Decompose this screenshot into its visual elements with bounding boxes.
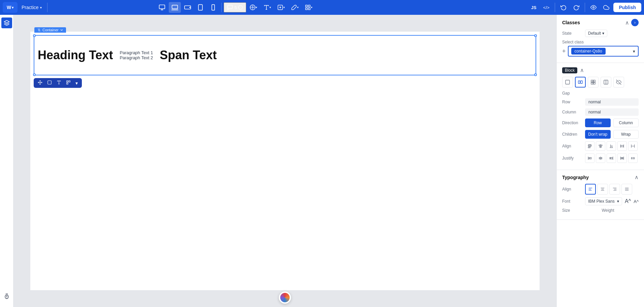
font-size-decrease-btn[interactable]: A^: [634, 199, 639, 204]
state-chevron: ▾: [602, 31, 604, 36]
classes-expand-btn[interactable]: ›: [631, 19, 639, 26]
state-select[interactable]: Default ▾: [585, 30, 607, 37]
typography-collapse-btn[interactable]: ∧: [635, 174, 639, 180]
toolbar-more-btn[interactable]: ▾: [74, 80, 79, 87]
typography-header: Typography ∧: [562, 174, 639, 180]
justify-end-btn[interactable]: [607, 154, 616, 163]
align-center-h-btn[interactable]: [596, 141, 605, 151]
container-label-badge: Container: [34, 27, 66, 33]
canvas-inner: Container Heading Text: [30, 32, 540, 290]
classes-header: Classes ∧ ›: [562, 19, 639, 26]
project-name[interactable]: Practice ▾: [19, 3, 44, 11]
row-gap-value[interactable]: normal: [585, 98, 639, 106]
children-dont-wrap-btn[interactable]: Don't wrap: [585, 130, 611, 139]
justify-icons: [585, 154, 638, 163]
toolbar-container-btn[interactable]: [46, 79, 53, 87]
device-desktop-btn[interactable]: [156, 2, 168, 13]
block-layout-hidden-btn[interactable]: [613, 77, 624, 88]
justify-space-between-btn[interactable]: [617, 154, 627, 163]
left-sidebar: [0, 15, 13, 307]
block-layout-flex-btn[interactable]: [575, 77, 586, 88]
typo-align-justify-btn[interactable]: [621, 184, 632, 195]
align-end-v-btn[interactable]: [628, 141, 638, 151]
preview-btn[interactable]: [588, 2, 599, 13]
typo-align-label: Align: [562, 187, 582, 192]
state-label: State: [562, 31, 582, 36]
svg-rect-7: [198, 5, 202, 10]
paragraph-container[interactable]: Paragraph Text 1 Paragraph Text 2: [120, 50, 153, 60]
target-tool-btn[interactable]: ▾: [247, 2, 260, 13]
comments-button[interactable]: 5: [224, 2, 246, 12]
size-weight-row: Size Weight: [562, 208, 639, 213]
font-row: Font IBM Plex Sans ▾ A^ A^: [562, 197, 639, 205]
logo-button[interactable]: W ▾: [3, 2, 18, 13]
svg-rect-0: [159, 5, 165, 9]
device-laptop-btn[interactable]: [169, 2, 181, 13]
align-start-btn[interactable]: [585, 141, 594, 151]
resize-handle-tr[interactable]: [534, 34, 537, 37]
block-collapse-btn[interactable]: ∧: [580, 67, 584, 73]
typo-align-right-btn[interactable]: [609, 184, 620, 195]
class-select-input[interactable]: container-Qs8o ▾: [568, 46, 639, 57]
component-btn[interactable]: ▾: [302, 2, 315, 13]
typo-align-center-btn[interactable]: [597, 184, 608, 195]
toolbar-component-btn[interactable]: [65, 79, 72, 87]
direction-column-btn[interactable]: Column: [613, 118, 639, 127]
block-layout-none-btn[interactable]: [562, 77, 573, 88]
justify-start-btn[interactable]: [585, 154, 594, 163]
typo-align-left-btn[interactable]: [585, 184, 596, 195]
device-mobile-btn[interactable]: [207, 2, 219, 13]
block-layout-cols-btn[interactable]: [601, 77, 611, 88]
justify-center-btn[interactable]: [596, 154, 605, 163]
add-element-btn[interactable]: ▾: [275, 2, 288, 13]
device-tablet-btn[interactable]: [194, 2, 206, 13]
toolbar-text-btn[interactable]: [55, 79, 63, 87]
svg-rect-52: [591, 82, 593, 84]
svg-rect-3: [172, 5, 178, 9]
align-stretch-btn[interactable]: [617, 141, 627, 151]
svg-rect-47: [566, 80, 570, 84]
divider-devices: [221, 3, 222, 12]
svg-rect-82: [610, 158, 610, 159]
resize-handle-bl[interactable]: [33, 73, 36, 76]
resize-handle-tl[interactable]: [33, 34, 36, 37]
undo-btn[interactable]: [558, 2, 569, 13]
js-btn[interactable]: JS: [528, 2, 539, 13]
svg-rect-49: [581, 81, 582, 83]
select-class-label: Select class: [562, 40, 639, 44]
publish-button[interactable]: Publish: [613, 3, 641, 12]
svg-rect-70: [621, 145, 623, 147]
comments-count: 5: [234, 5, 237, 10]
cloud-btn[interactable]: [601, 2, 612, 13]
container-element[interactable]: Container Heading Text: [34, 35, 536, 75]
children-wrap-btn[interactable]: Wrap: [613, 130, 639, 139]
topbar-right: JS </> Publish: [528, 2, 641, 13]
sidebar-layers-btn[interactable]: [1, 18, 12, 28]
col-gap-value[interactable]: normal: [585, 108, 639, 116]
target-chevron: ▾: [256, 6, 257, 9]
project-chevron: ▾: [40, 6, 42, 9]
svg-line-35: [38, 29, 38, 29]
span-element[interactable]: Span Text: [160, 48, 217, 62]
code-btn[interactable]: </>: [541, 2, 552, 13]
font-size-increase-btn[interactable]: A^: [625, 198, 631, 204]
font-select[interactable]: IBM Plex Sans ▾: [585, 197, 622, 205]
align-baseline-btn[interactable]: [607, 141, 616, 151]
align-label: Align: [562, 144, 582, 148]
justify-space-around-btn[interactable]: [628, 154, 638, 163]
device-tablet-landscape-btn[interactable]: [182, 2, 194, 13]
heading-element[interactable]: Heading Text: [38, 48, 113, 62]
classes-collapse-btn[interactable]: ∧: [625, 20, 629, 26]
sidebar-bug-btn[interactable]: [1, 291, 12, 302]
toolbar-move-btn[interactable]: [36, 79, 44, 87]
direction-row-btn[interactable]: Row: [585, 118, 611, 127]
classes-title: Classes: [562, 20, 580, 25]
svg-rect-86: [622, 158, 623, 159]
svg-rect-60: [588, 147, 590, 148]
block-layout-grid-btn[interactable]: [588, 77, 599, 88]
redo-btn[interactable]: [571, 2, 582, 13]
add-class-btn[interactable]: +: [562, 48, 566, 55]
text-tool-btn[interactable]: ▾: [261, 2, 274, 13]
paint-tool-btn[interactable]: ▾: [288, 2, 301, 13]
resize-handle-br[interactable]: [534, 73, 537, 76]
